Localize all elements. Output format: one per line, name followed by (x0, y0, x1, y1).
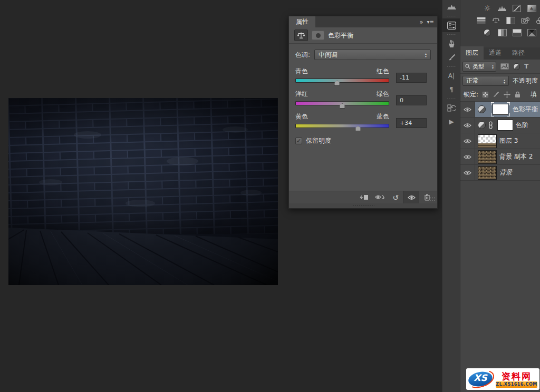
watermark-logo: XS (468, 370, 494, 388)
tone-select[interactable]: 中间调 ▴▾ (314, 50, 431, 60)
properties-panel-icon[interactable] (442, 18, 460, 32)
layer-visibility-toggle[interactable] (460, 117, 475, 133)
eye-icon (464, 170, 471, 175)
photo-filter-icon[interactable] (519, 15, 531, 25)
layer-thumbnail[interactable] (478, 150, 497, 164)
preserve-luminosity-checkbox[interactable]: ✓ (295, 138, 302, 144)
histogram-panel-icon[interactable] (442, 0, 460, 14)
clip-to-layer-button[interactable] (356, 191, 372, 204)
adjustment-layer-icon (478, 121, 486, 129)
layer-row-color-balance[interactable]: 色彩平衡 (460, 102, 540, 117)
magenta-green-track[interactable] (295, 101, 389, 105)
layer-thumbnail[interactable] (478, 166, 497, 180)
document-canvas[interactable] (8, 98, 278, 285)
brush-presets-panel-icon[interactable] (442, 37, 460, 51)
cyan-red-value[interactable]: -11 (396, 73, 427, 83)
view-previous-state-button[interactable] (372, 191, 388, 204)
layer-visibility-toggle[interactable] (460, 102, 475, 117)
brightness-contrast-icon[interactable]: ☼ (481, 3, 493, 13)
filter-adjustment-layers-icon[interactable] (513, 63, 520, 70)
character-panel-icon[interactable]: A| (442, 69, 460, 83)
collapse-panel-icon[interactable]: » (419, 18, 422, 26)
channel-mixer-icon[interactable] (534, 15, 540, 25)
curves-icon[interactable] (511, 3, 523, 13)
reset-adjustment-button[interactable]: ↺ (388, 191, 403, 204)
levels-icon[interactable] (496, 3, 508, 13)
lock-position-icon[interactable] (504, 91, 510, 98)
lock-all-icon[interactable] (515, 91, 520, 98)
lock-transparency-icon[interactable] (483, 92, 488, 97)
threshold-icon[interactable] (511, 27, 523, 37)
gradient-map-icon[interactable] (526, 27, 537, 37)
layer-name[interactable]: 背景 副本 2 (499, 152, 533, 161)
layer-visibility-toggle[interactable] (460, 133, 475, 149)
magenta-green-thumb[interactable] (340, 103, 345, 109)
filter-pixel-layers-icon[interactable] (500, 63, 509, 70)
layer-row-layer3[interactable]: 图层 3 (460, 133, 540, 149)
lock-row: 锁定: 填 (460, 88, 540, 102)
panel-resize-grip[interactable] (289, 203, 437, 208)
color-balance-icon (294, 30, 308, 41)
hue-saturation-icon[interactable] (475, 15, 487, 25)
history-panel-icon[interactable] (442, 101, 460, 115)
layer-mask-thumbnail[interactable] (497, 120, 513, 131)
brush-settings-panel-icon[interactable] (442, 51, 460, 64)
layer-row-levels[interactable]: 色阶 (460, 117, 540, 133)
magenta-label: 洋红 (295, 90, 308, 99)
lock-image-icon[interactable] (493, 91, 499, 98)
layer-mask-thumbnail[interactable] (493, 104, 508, 115)
blend-mode-row: 正常 ▴▾ 不透明度 (460, 74, 540, 88)
layer-row-background-copy2[interactable]: 背景 副本 2 (460, 149, 540, 165)
layer-visibility-toggle[interactable] (460, 165, 475, 180)
tab-properties[interactable]: 属性 (289, 16, 315, 27)
yellow-blue-thumb[interactable] (355, 126, 361, 131)
select-arrows-icon: ▴▾ (425, 52, 427, 57)
filter-type-select[interactable]: 类型 ▴▾ (462, 62, 496, 72)
layer-thumbnail[interactable] (478, 134, 497, 148)
clip-dot (316, 33, 321, 38)
dock-separator[interactable] (442, 96, 460, 101)
actions-panel-icon[interactable]: ▶ (442, 115, 460, 129)
panel-menu-icon[interactable]: ▾≡ (427, 19, 434, 25)
layer-name[interactable]: 图层 3 (499, 136, 518, 145)
properties-footer: ↺ (289, 191, 437, 203)
layer-row-background[interactable]: 背景 (460, 165, 540, 181)
filter-type-value: 类型 (472, 63, 484, 71)
black-white-icon[interactable] (505, 15, 516, 25)
red-label: 红色 (377, 67, 389, 76)
dock-separator[interactable] (442, 64, 460, 69)
color-balance-icon-small[interactable] (490, 15, 502, 25)
magenta-green-value[interactable]: 0 (396, 95, 427, 105)
yellow-blue-value[interactable]: +34 (396, 118, 427, 128)
layers-empty-area (460, 181, 540, 392)
toggle-visibility-button[interactable] (403, 191, 419, 204)
layer-name[interactable]: 背景 (499, 168, 512, 177)
filter-type-layers-icon[interactable]: T (524, 63, 528, 70)
eye-icon (464, 139, 471, 144)
cyan-red-track[interactable] (295, 79, 389, 83)
tab-channels[interactable]: 通道 (484, 46, 507, 60)
layer-name[interactable]: 色彩平衡 (513, 105, 538, 114)
dock-separator[interactable] (442, 32, 460, 37)
invert-icon[interactable] (481, 27, 493, 37)
layer-visibility-toggle[interactable] (460, 149, 475, 164)
cyan-red-slider-group: 青色 红色 -11 (295, 67, 431, 83)
watermark: XS 资料网 ZL.XS1616.COM (466, 368, 539, 390)
posterize-icon[interactable] (496, 27, 508, 37)
yellow-blue-track[interactable] (295, 124, 389, 128)
eye-icon (464, 154, 471, 160)
layer-name[interactable]: 色阶 (516, 121, 528, 130)
watermark-site-url: ZL.XS1616.COM (496, 381, 537, 388)
tab-layers[interactable]: 图层 (460, 46, 484, 60)
dock-separator[interactable] (442, 14, 460, 18)
clip-mask-icon[interactable] (312, 31, 324, 40)
paragraph-panel-icon[interactable]: ¶ (442, 83, 460, 96)
search-icon (465, 64, 470, 69)
magenta-green-slider-group: 洋红 绿色 0 (295, 90, 431, 105)
tab-paths[interactable]: 路径 (507, 46, 530, 60)
panel-corner-grip[interactable] (429, 197, 436, 202)
cyan-red-thumb[interactable] (334, 81, 340, 86)
exposure-icon[interactable]: ± (526, 3, 537, 13)
cyan-label: 青色 (295, 67, 308, 76)
blend-mode-select[interactable]: 正常 ▴▾ (462, 76, 509, 86)
